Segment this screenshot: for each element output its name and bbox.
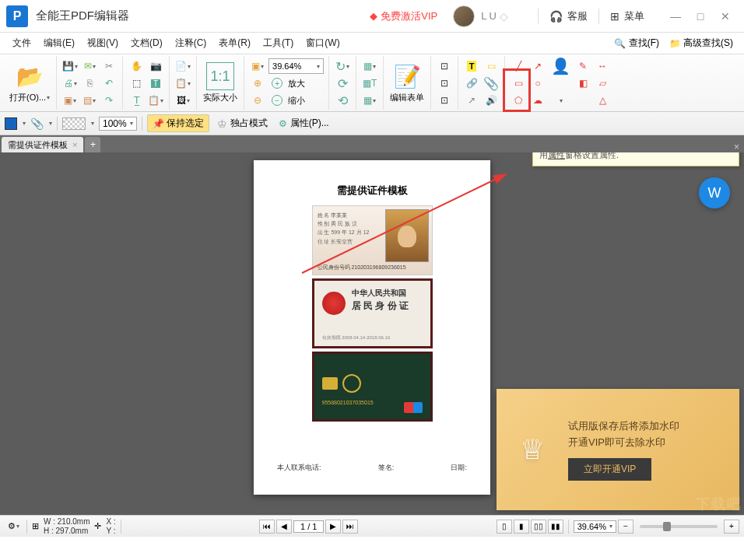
user-name[interactable]: L U xyxy=(481,10,497,22)
zoom-input[interactable]: ▾ xyxy=(268,58,324,74)
close-button[interactable]: ✕ xyxy=(713,4,738,29)
crop-button[interactable]: ✂ xyxy=(100,58,118,75)
edit-text-tool[interactable]: T̲ xyxy=(128,92,145,109)
tab-active[interactable]: 需提供证件模板 × xyxy=(2,137,83,152)
layout-facing[interactable]: ▯▯ xyxy=(531,520,546,534)
shape-poly[interactable]: ⬠ xyxy=(510,92,527,109)
edit-form-button[interactable]: 📝 编辑表单 xyxy=(388,61,426,105)
pattern-swatch[interactable] xyxy=(62,117,86,130)
maximize-button[interactable]: □ xyxy=(688,4,713,29)
form-tool-b[interactable]: ▦T xyxy=(361,75,378,92)
support-button[interactable]: 🎧 客服 xyxy=(549,9,588,23)
menu-form[interactable]: 表单(R) xyxy=(212,33,257,53)
field-tool-c[interactable]: ⊡ xyxy=(436,92,453,109)
refresh-button[interactable]: ⟳ xyxy=(334,75,351,92)
menu-edit[interactable]: 编辑(E) xyxy=(37,33,81,53)
tool-b[interactable]: ▤▾ xyxy=(81,92,98,109)
menu-file[interactable]: 文件 xyxy=(6,33,37,53)
next-page-button[interactable]: ▶ xyxy=(325,520,341,534)
stamp-tool[interactable]: 👤 xyxy=(549,58,572,75)
advanced-find-button[interactable]: 📁 高级查找(S) xyxy=(664,35,738,51)
copy-tool[interactable]: 📋▾ xyxy=(174,75,191,92)
zoom-out-button[interactable]: − xyxy=(268,92,286,109)
shape-oval[interactable]: ○ xyxy=(529,75,546,92)
pencil-tool[interactable]: ✎ xyxy=(574,58,591,75)
redo-button[interactable]: ↷ xyxy=(100,92,118,109)
status-zoom-out[interactable]: − xyxy=(618,520,633,534)
properties-button[interactable]: ⚙ 属性(P)... xyxy=(275,115,332,131)
floating-action-button[interactable]: W xyxy=(699,177,730,208)
sound-tool[interactable]: 🔊 xyxy=(483,92,500,109)
vip-activate-button[interactable]: ◆ 免费激活VIP xyxy=(370,9,437,23)
exclusive-mode-toggle[interactable]: ♔ 独占模式 xyxy=(214,115,271,131)
clip-icon[interactable]: 📎 xyxy=(30,117,44,130)
field-tool-b[interactable]: ⊡ xyxy=(436,75,453,92)
layout-cont[interactable]: ▮ xyxy=(514,520,529,534)
print-button[interactable]: 🖨▾ xyxy=(61,75,79,92)
layout-cont-facing[interactable]: ▮▮ xyxy=(548,520,563,534)
open-button[interactable]: 📂 打开(O)...▾ xyxy=(8,61,51,105)
mail-button[interactable]: ✉▾ xyxy=(81,58,98,75)
tab-close-icon[interactable]: × xyxy=(72,140,77,149)
fill-color[interactable] xyxy=(5,117,17,130)
text-annot[interactable]: T xyxy=(463,58,480,75)
shape-line[interactable]: ╱ xyxy=(510,58,527,75)
tool-a[interactable]: ▣▾ xyxy=(61,92,79,109)
document-canvas[interactable]: 需提供证件模板 姓 名 李某某 性 别 男 民 族 汉 出 生 599 年 12… xyxy=(0,152,744,515)
rotate-button[interactable]: ↻▾ xyxy=(334,58,351,75)
field-tool-a[interactable]: ⊡ xyxy=(436,58,453,75)
menu-tools[interactable]: 工具(T) xyxy=(257,33,300,53)
stamp-dd[interactable]: ▾ xyxy=(549,92,572,109)
perimeter-tool[interactable]: △ xyxy=(594,92,611,109)
zoom-slider[interactable] xyxy=(640,525,718,528)
clipboard-tool[interactable]: 📋▾ xyxy=(147,92,164,109)
text-tool[interactable]: T xyxy=(147,75,164,92)
form-tool-c[interactable]: ▦▾ xyxy=(361,92,378,109)
menu-document[interactable]: 文档(D) xyxy=(125,33,169,53)
image-tool[interactable]: 🖼▾ xyxy=(174,92,191,109)
select-tool[interactable]: ⬚ xyxy=(128,75,145,92)
status-zoom-input[interactable]: 39.64%▾ xyxy=(574,520,616,533)
save-button[interactable]: 💾▾ xyxy=(61,58,79,75)
note-annot[interactable]: ▭ xyxy=(483,58,500,75)
reload-button[interactable]: ⟲ xyxy=(334,92,351,109)
attachment-tool[interactable]: 📎 xyxy=(483,75,500,92)
first-page-button[interactable]: ⏮ xyxy=(259,520,275,534)
menu-button[interactable]: ⊞ 菜单 xyxy=(610,9,644,23)
hand-tool[interactable]: ✋ xyxy=(128,58,145,75)
open-vip-button[interactable]: 立即开通VIP xyxy=(568,458,651,481)
snapshot-tool[interactable]: 📷 xyxy=(147,58,164,75)
arrow-tool[interactable]: ↗ xyxy=(463,92,480,109)
shape-rect[interactable]: ▭ xyxy=(510,75,527,92)
opacity-input[interactable]: 100%▾ xyxy=(99,117,137,131)
menu-comment[interactable]: 注释(C) xyxy=(169,33,213,53)
layout-single[interactable]: ▯ xyxy=(497,520,512,534)
shape-arrow[interactable]: ↗ xyxy=(529,58,546,75)
tab-add-button[interactable]: + xyxy=(85,137,100,152)
shape-cloud[interactable]: ☁ xyxy=(529,92,546,109)
area-tool[interactable]: ▱ xyxy=(594,75,611,92)
find-button[interactable]: 🔍 查找(F) xyxy=(609,35,664,51)
undo-button[interactable]: ↶ xyxy=(100,75,118,92)
zoom-in-button[interactable]: + xyxy=(268,75,286,92)
menu-view[interactable]: 视图(V) xyxy=(81,33,125,53)
eraser-tool[interactable]: ◧ xyxy=(574,75,591,92)
page-indicator[interactable]: 1 / 1 xyxy=(293,520,324,533)
settings-button[interactable]: ⚙▾ xyxy=(5,518,22,535)
zoom-in-step[interactable]: ⊕ xyxy=(249,75,266,92)
link-tool[interactable]: 🔗 xyxy=(463,75,480,92)
dimension-tool[interactable]: ↔ xyxy=(594,58,611,75)
actual-size-button[interactable]: 1:1 实际大小 xyxy=(202,61,239,105)
keep-selected-toggle[interactable]: 📌 保持选定 xyxy=(147,114,209,132)
menu-window[interactable]: 窗口(W) xyxy=(300,33,346,53)
fit-page-button[interactable]: ▣▾ xyxy=(249,58,266,75)
status-zoom-in[interactable]: + xyxy=(724,520,739,534)
avatar[interactable] xyxy=(453,5,475,27)
scan-button[interactable]: ⎘ xyxy=(81,75,98,92)
form-tool-a[interactable]: ▦▾ xyxy=(361,58,378,75)
prev-page-button[interactable]: ◀ xyxy=(276,520,292,534)
last-page-button[interactable]: ⏭ xyxy=(342,520,358,534)
doc-tool[interactable]: 📄▾ xyxy=(174,58,191,75)
tabs-close-all[interactable]: × xyxy=(729,142,744,152)
zoom-out-step[interactable]: ⊖ xyxy=(249,92,266,109)
